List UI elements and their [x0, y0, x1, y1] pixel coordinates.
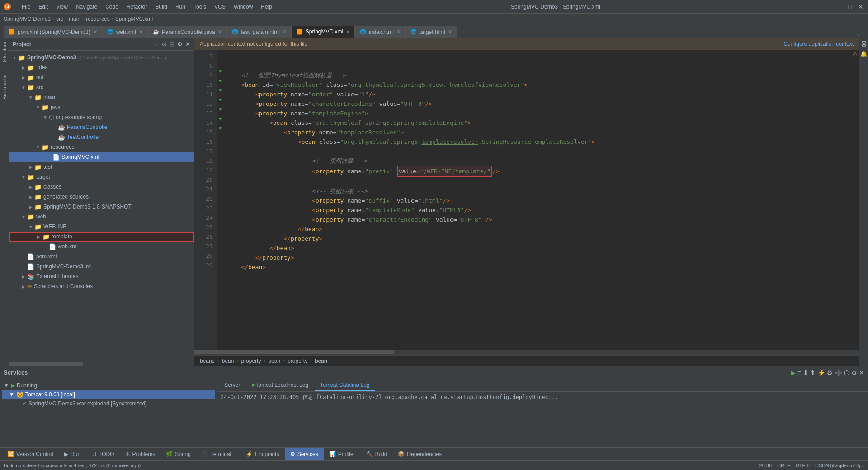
project-collapse-icon[interactable]: ⊟ [170, 41, 175, 47]
maximize-button[interactable]: □ [846, 3, 854, 10]
tree-java[interactable]: ▼ 📁 java [9, 102, 194, 112]
tab-localhost-log[interactable]: ▶ Tomcat Localhost Log [246, 380, 314, 391]
btm-tab-services[interactable]: ⚙ Services [285, 448, 324, 460]
btm-tab-profiler[interactable]: 📊 Profiler [324, 448, 361, 460]
project-close-icon[interactable]: ✕ [185, 41, 190, 47]
btm-tab-problems[interactable]: ⚠ Problems [120, 448, 161, 460]
menu-build[interactable]: Build [151, 3, 171, 11]
right-notifications-icon[interactable]: 🔔 [860, 50, 868, 58]
right-database-icon[interactable]: DB [860, 40, 868, 48]
project-dropdown-icon[interactable]: ⌄ [154, 41, 158, 47]
breadcrumb-beans[interactable]: beans [200, 358, 215, 364]
btm-tab-endpoints[interactable]: ⚡ Endpoints [241, 448, 284, 460]
breadcrumb-resources[interactable]: resources [86, 16, 110, 22]
menu-window[interactable]: Window [230, 3, 257, 11]
services-run-icon[interactable]: ▶ [791, 369, 796, 376]
status-charset[interactable]: UTF-8 [796, 463, 810, 468]
tab-webxml-close[interactable]: ✕ [139, 29, 143, 35]
tree-src[interactable]: ▼ 📁 src [9, 82, 194, 92]
project-locate-icon[interactable]: ⊙ [162, 41, 167, 47]
menu-view[interactable]: View [52, 3, 71, 11]
btm-tab-build[interactable]: 🔨 Build [361, 448, 393, 460]
breadcrumb-project[interactable]: SpringMVC-Demo3 [4, 16, 51, 22]
tab-params-close[interactable]: ✕ [218, 29, 222, 35]
close-button[interactable]: ✕ [857, 3, 864, 10]
project-settings-icon[interactable]: ⚙ [177, 41, 183, 47]
tab-params[interactable]: ☕ ParamsController.java ✕ [148, 26, 227, 38]
svc-running-group[interactable]: ▼ ▶ Running [2, 381, 215, 390]
tree-target[interactable]: ▼ 📁 target [9, 172, 194, 182]
tab-test[interactable]: 🌐 test_param.html ✕ [227, 26, 292, 38]
tab-target-close[interactable]: ✕ [448, 29, 452, 35]
services-settings-icon[interactable]: ⚙ [827, 369, 833, 376]
code-editor[interactable]: <!-- 配置Thymeleaf视图解析器 --> <bean id="view… [223, 50, 853, 350]
tree-idea[interactable]: ▶ 📁 .idea [9, 62, 194, 72]
tab-test-close[interactable]: ✕ [283, 29, 287, 35]
services-gear-icon[interactable]: ⚙ [851, 369, 857, 376]
tree-classes[interactable]: ▶ 📁 classes [9, 182, 194, 192]
svc-springmvc-war[interactable]: ▶ ✔ SpringMVC-Demo3:war exploded [Synchr… [2, 399, 215, 408]
services-down-icon[interactable]: ⬇ [803, 369, 808, 376]
menu-run[interactable]: Run [172, 3, 189, 11]
breadcrumb-bean2[interactable]: bean [268, 358, 280, 364]
tree-main[interactable]: ▼ 📁 main [9, 92, 194, 102]
menu-tools[interactable]: Tools [190, 3, 210, 11]
tab-catalina-log[interactable]: Tomcat Catalina Log [315, 380, 375, 391]
tree-scratches[interactable]: ▶ ✏ Scratches and Consoles [9, 281, 194, 291]
tab-pom[interactable]: 🟧 pom.xml (SpringMVC-Demo3) ✕ [4, 26, 102, 38]
services-popout-icon[interactable]: ⬡ [844, 369, 849, 376]
menu-vcs[interactable]: VCS [211, 3, 229, 11]
tree-params-controller[interactable]: ▶ ☕ ParamsController [9, 122, 194, 132]
menu-file[interactable]: File [18, 3, 34, 11]
tree-package[interactable]: ▼ ⬡ org.example.spring [9, 112, 194, 122]
configure-link[interactable]: Configure application context [783, 41, 854, 47]
tree-webinf[interactable]: ▼ 📁 WEB-INF [9, 222, 194, 232]
breadcrumb-src[interactable]: src [56, 16, 63, 22]
services-filter-icon[interactable]: ⚡ [817, 369, 825, 376]
btm-tab-spring[interactable]: 🌿 Spring [160, 448, 196, 460]
menu-help[interactable]: Help [257, 3, 276, 11]
minimize-button[interactable]: ─ [835, 3, 843, 10]
menu-edit[interactable]: Edit [35, 3, 52, 11]
btm-tab-run[interactable]: ▶ Run [59, 448, 86, 460]
menu-navigate[interactable]: Navigate [72, 3, 101, 11]
tree-test-controller[interactable]: ▶ ☕ TestController [9, 132, 194, 142]
tree-snapshot[interactable]: ▶ 📁 SpringMVC-Demo3-1.0-SNAPSHOT [9, 202, 194, 212]
sidebar-scrollbar[interactable] [9, 361, 194, 366]
breadcrumb-bean1[interactable]: bean [222, 358, 234, 364]
tab-index-close[interactable]: ✕ [396, 29, 401, 35]
btm-tab-vcs[interactable]: 🔀 Version Control [2, 448, 59, 460]
tree-external-libs[interactable]: ▶ 📚 External Libraries [9, 271, 194, 281]
tree-generated-sources[interactable]: ▶ 📁 generated-sources [9, 192, 194, 202]
services-up-icon[interactable]: ⬆ [810, 369, 816, 376]
tab-index[interactable]: 🌐 index.html ✕ [355, 26, 406, 38]
services-list-icon[interactable]: ≡ [797, 369, 801, 376]
editor-hscrollbar[interactable] [194, 350, 859, 355]
breadcrumb-property1[interactable]: property [241, 358, 261, 364]
svc-tomcat[interactable]: ▼ 🐱 Tomcat 9.0.68 [local] [2, 390, 215, 399]
tree-webxml[interactable]: ▶ 📄 web.xml [9, 242, 194, 252]
btm-tab-terminal[interactable]: ⬛ Terminal [196, 448, 236, 460]
vtab-structure[interactable]: Structure [1, 40, 8, 64]
tree-springmvc-xml[interactable]: ▶ 📄 SpringMVC.xml [9, 152, 194, 162]
tree-iml[interactable]: ▶ 📄 SpringMVC-Demo3.iml [9, 261, 194, 271]
breadcrumb-bean3[interactable]: bean [315, 358, 327, 364]
tree-out[interactable]: ▶ 📁 out [9, 72, 194, 82]
btm-tab-todo[interactable]: ☑ TODO [86, 448, 119, 460]
tab-springmvc-close[interactable]: ✕ [346, 29, 350, 35]
tab-pom-close[interactable]: ✕ [93, 29, 97, 35]
menu-refactor[interactable]: Refactor [123, 3, 151, 11]
tab-springmvc[interactable]: 🟧 SpringMVC.xml ✕ [292, 26, 355, 38]
tree-web[interactable]: ▼ 📁 web [9, 212, 194, 222]
tab-webxml[interactable]: 🌐 web.xml ✕ [102, 26, 148, 38]
tab-server[interactable]: Server [219, 380, 245, 391]
breadcrumb-property2[interactable]: property [288, 358, 307, 364]
tab-target[interactable]: 🌐 target.html ✕ [406, 26, 457, 38]
status-line-sep[interactable]: CRLF [777, 463, 790, 468]
more-tabs-button[interactable]: ⌄ [853, 31, 864, 38]
tree-template[interactable]: ▶ 📁 template [9, 232, 194, 242]
tree-root[interactable]: ▼ 📁 SpringMVC-Demo3 D:\JavaProject\Sprin… [9, 52, 194, 62]
status-position[interactable]: 20:38 [760, 463, 772, 468]
breadcrumb-file[interactable]: SpringMVC.xml [115, 16, 153, 22]
services-close-icon[interactable]: ✕ [859, 369, 864, 376]
